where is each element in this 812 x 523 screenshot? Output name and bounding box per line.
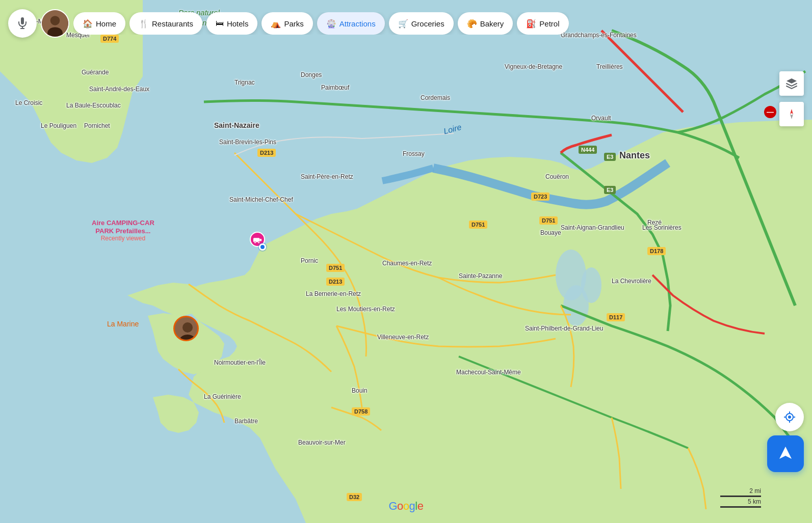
mic-button[interactable]: [8, 9, 37, 38]
nantes-label: Nantes: [619, 150, 650, 161]
petrol-icon: ⛽: [526, 19, 536, 29]
scale-line-km: [720, 506, 761, 508]
villeneuve-label: Villeneuve-en-Retz: [377, 334, 429, 341]
la-baule-label: La Baule-Escoublac: [66, 102, 121, 109]
svg-point-7: [50, 16, 60, 25]
d723-badge: D723: [531, 192, 549, 201]
e3-badge-2: E3: [604, 186, 616, 194]
saint-aignan-label: Saint-Aignan-Grandlieu: [561, 224, 624, 231]
svg-rect-10: [260, 239, 262, 241]
saint-philbert-label: Saint-Philbert-de-Grand-Lieu: [525, 325, 603, 332]
d751-badge-2: D751: [469, 221, 487, 229]
chaumes-label: Chaumes-en-Retz: [382, 260, 432, 267]
sainte-pazanne-label: Sainte-Pazanne: [459, 272, 502, 280]
les-moutiers-label: Les Moutiers-en-Retz: [336, 306, 395, 313]
hotel-icon: 🛏: [216, 19, 224, 28]
svg-point-18: [788, 416, 791, 419]
camping-name-2: PARK Prefailles...: [92, 227, 154, 235]
donges-label: Donges: [301, 71, 322, 78]
saint-pere-label: Saint-Père-en-Retz: [301, 173, 353, 180]
pill-restaurants[interactable]: 🍴 Restaurants: [129, 12, 202, 35]
barbatre-label: Barbâtre: [234, 418, 258, 425]
scale-line-mi: [720, 496, 761, 497]
frossay-label: Frossay: [403, 150, 425, 157]
d213-badge: D213: [257, 149, 276, 157]
saint-andre-label: Saint-André-des-Eaux: [89, 86, 149, 93]
la-chevroliere-label: La Chevrolière: [612, 278, 651, 285]
navigate-button[interactable]: [767, 435, 804, 472]
groceries-icon: 🛒: [398, 19, 408, 29]
n444-badge: N444: [579, 146, 597, 154]
user-location-dot: [259, 243, 266, 251]
d751-badge-1: D751: [326, 264, 345, 272]
vigneux-label: Vigneux-de-Bretagne: [505, 63, 562, 70]
le-pouliguen-label: Le Pouliguen: [41, 122, 76, 129]
no-entry-sign: —: [764, 106, 776, 118]
la-marine-label[interactable]: La Marine: [107, 320, 139, 328]
home-icon: 🏠: [83, 19, 93, 29]
pill-petrol[interactable]: ⛽ Petrol: [517, 12, 568, 35]
camping-name: Aire CAMPING-CAR: [92, 219, 154, 227]
orvault-label: Orvault: [591, 115, 611, 122]
e3-badge-1: E3: [604, 153, 616, 161]
coueron-label: Couëron: [545, 173, 569, 180]
pill-home[interactable]: 🏠 Home: [73, 12, 125, 35]
svg-marker-16: [790, 109, 793, 114]
top-bar: 🏠 Home 🍴 Restaurants 🛏 Hotels ⛺ Parks 🎡 …: [0, 0, 812, 38]
saint-nazaire-label: Saint-Nazaire: [214, 121, 259, 129]
svg-point-8: [47, 27, 63, 37]
pill-bakery[interactable]: 🥐 Bakery: [458, 12, 513, 35]
d751-badge-3: D751: [539, 216, 558, 225]
la-bernerie-label: La Bernerie-en-Retz: [306, 290, 361, 297]
svg-marker-24: [779, 447, 792, 459]
d32-badge: D32: [347, 493, 362, 501]
pill-parks[interactable]: ⛺ Parks: [261, 12, 312, 35]
scale-mi: 2 mi: [749, 487, 761, 494]
bouin-label: Bouin: [352, 387, 368, 394]
bakery-icon: 🥐: [467, 19, 477, 29]
noirmoutier-label: Noirmoutier-en-l'Île: [214, 359, 266, 366]
saint-michel-label: Saint-Michel-Chef-Chef: [229, 196, 293, 203]
svg-marker-17: [790, 114, 793, 119]
pornic-label: Pornic: [301, 257, 318, 264]
avatar-image: [42, 10, 68, 37]
svg-point-12: [258, 242, 260, 244]
machecoul-label: Machecoul-Saint-Même: [456, 369, 521, 376]
pornichet-label: Pornichet: [84, 122, 110, 129]
scale-bar: 2 mi 5 km: [720, 487, 761, 508]
user-avatar[interactable]: [41, 9, 69, 38]
pill-groceries[interactable]: 🛒 Groceries: [389, 12, 454, 35]
guerande-label: Guérande: [82, 69, 109, 76]
compass-button[interactable]: [779, 102, 804, 126]
camping-recently-viewed: Recently viewed: [92, 235, 154, 242]
pill-hotels[interactable]: 🛏 Hotels: [206, 12, 258, 35]
d178-badge: D178: [647, 247, 666, 255]
attractions-icon: 🎡: [326, 19, 336, 29]
trellieres-label: Treillières: [596, 63, 623, 70]
svg-point-14: [182, 322, 193, 333]
la-gueriniere-label: La Guérinière: [204, 393, 241, 400]
map-container[interactable]: 🏠 Home 🍴 Restaurants 🛏 Hotels ⛺ Parks 🎡 …: [0, 0, 812, 523]
les-sorinieres-label: Les Sorinières: [642, 224, 682, 231]
d758-badge: D758: [352, 407, 370, 416]
restaurant-icon: 🍴: [139, 19, 149, 29]
cordemais-label: Cordemais: [421, 94, 450, 101]
paimboeuf-label: Paimbœuf: [321, 84, 349, 91]
parks-icon: ⛺: [271, 19, 281, 29]
le-croisic-label: Le Croisic: [15, 99, 42, 106]
camping-car-label[interactable]: Aire CAMPING-CAR PARK Prefailles... Rece…: [92, 219, 154, 242]
trignac-label: Trignac: [234, 79, 255, 86]
d213-badge-2: D213: [326, 278, 345, 286]
scale-km: 5 km: [748, 498, 761, 505]
saint-brevin-label: Saint-Brevin-les-Pins: [219, 139, 276, 146]
la-marine-pin[interactable]: [173, 316, 199, 341]
svg-point-11: [254, 242, 256, 244]
category-pills: 🏠 Home 🍴 Restaurants 🛏 Hotels ⛺ Parks 🎡 …: [73, 12, 569, 35]
bouaye-label: Bouaye: [540, 229, 561, 236]
d117-badge: D117: [607, 313, 625, 321]
layers-button[interactable]: [779, 71, 804, 96]
pill-attractions[interactable]: 🎡 Attractions: [317, 12, 385, 35]
my-location-button[interactable]: [775, 403, 804, 431]
microphone-icon: [16, 17, 29, 31]
google-logo: Google: [388, 500, 423, 513]
